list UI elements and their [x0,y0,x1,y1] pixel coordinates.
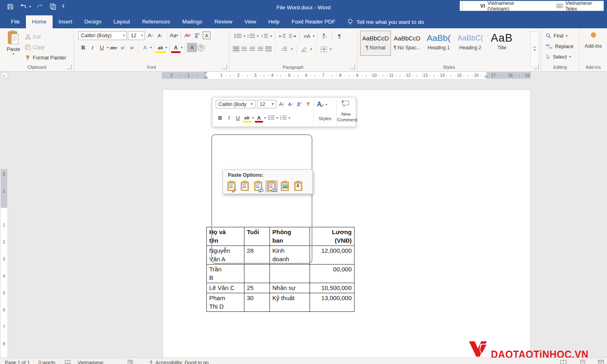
text-effects-dropdown-icon[interactable]: ▾ [150,46,152,49]
table-cell[interactable]: 13,000,000 [310,293,354,312]
table-cell[interactable]: 12,000,000 [310,246,354,265]
asian-layout-icon[interactable]: ⇄A [303,32,311,41]
accessibility-status[interactable]: Accessibility: Good to go [149,360,208,364]
underline-icon[interactable]: U [98,43,106,52]
select-dropdown-icon[interactable]: ▾ [569,55,571,59]
paste-option-link-and-keep-source-formatting[interactable] [252,180,264,192]
line-spacing-dropdown-icon[interactable]: ▾ [291,47,293,51]
mini-bold-icon[interactable]: B [216,114,224,122]
style--normal[interactable]: AaBbCcD¶ Normal [360,31,391,56]
table-cell[interactable]: 25 [244,283,270,293]
text-highlight-dropdown-icon[interactable]: ▾ [166,46,167,49]
vertical-ruler[interactable]: 2112345678910111213 [1,159,7,364]
change-case-icon[interactable]: Aa▾ [170,31,178,40]
justify-icon[interactable] [258,47,263,51]
styles-more-button[interactable]: ▾ [530,32,539,67]
paste-option-use-destination-styles[interactable] [239,180,251,192]
language-code[interactable]: VI [480,3,485,9]
font-size-combo[interactable]: 12▾ [128,31,145,40]
align-right-icon[interactable] [250,47,255,51]
read-mode-icon[interactable] [560,360,567,364]
language-bar-grip[interactable] [460,1,464,11]
distribute-icon[interactable] [266,47,271,51]
style-heading-1[interactable]: AaBb(Heading 1 [423,31,454,56]
increase-indent-icon[interactable]: ⇥ [288,32,297,41]
clear-formatting-icon[interactable]: A [183,31,192,40]
sort-icon[interactable]: AZ↓ [320,32,329,41]
select-button[interactable]: Select ▾ [546,52,571,62]
paragraph-dialog-launcher-icon[interactable] [350,65,355,69]
mini-underline-icon[interactable]: U [234,114,242,122]
underline-dropdown-icon[interactable]: ▾ [107,46,108,49]
mini-numbering-dropdown-icon[interactable]: ▾ [289,116,290,120]
ime-name[interactable]: Vietnamese Telex [565,0,603,12]
copy-button[interactable]: Copy [25,42,45,52]
decrease-indent-icon[interactable]: ⇤ [278,32,287,41]
table-cell[interactable]: Phạm Thị D [207,293,244,312]
mini-numbering-icon[interactable]: 1 2 3 [280,114,287,122]
find-button[interactable]: Find ▾ [546,31,567,41]
replace-button[interactable]: ab→ac Replace [546,41,573,51]
multilevel-list-icon[interactable]: 1 a i [260,32,269,41]
borders-dropdown-icon[interactable]: ▾ [330,47,331,51]
text-effects-icon[interactable]: A [141,43,149,52]
bold-icon[interactable]: B [79,43,87,52]
tab-references[interactable]: References [136,15,176,28]
addins-button[interactable]: Add-ins [579,32,607,49]
paste-dropdown-icon[interactable]: ▾ [13,52,14,56]
web-layout-icon[interactable] [598,360,604,364]
mini-shrink-font-icon[interactable]: A˅ [287,100,294,108]
macro-icon[interactable] [128,360,133,364]
paste-option-link-and-use-destination-styles[interactable] [265,180,278,192]
language-bar[interactable]: VI Vietnamese (Vietnam) Vietnamese Telex [460,1,604,11]
enclose-characters-icon[interactable]: 字 [198,44,204,51]
tell-me-label[interactable]: Tell me what you want to do [357,19,424,25]
font-color-dropdown-icon[interactable]: ▾ [181,46,183,49]
table-cell[interactable]: Kỹ thuật [270,293,310,312]
text-highlight-icon[interactable]: ab [156,43,165,52]
tab-design[interactable]: Design [79,15,108,28]
grow-font-icon[interactable]: A˄ [146,31,155,40]
mini-font-color-icon[interactable]: A [255,114,263,122]
word-count[interactable]: 0 words [38,360,55,364]
mini-highlight-icon[interactable]: ab [243,114,250,122]
font-name-combo[interactable]: Calibri (Body)▾ [78,31,127,40]
mini-highlight-dropdown-icon[interactable]: ▾ [252,116,254,120]
borders-icon[interactable] [320,47,327,52]
tab-layout[interactable]: Layout [108,15,136,28]
tab-help[interactable]: Help [262,15,286,28]
shrink-font-icon[interactable]: A˅ [156,31,164,40]
mini-font-size-combo[interactable]: 12▼ [257,100,276,108]
subscript-icon[interactable]: x2 [119,43,127,52]
styles-dialog-launcher-icon[interactable] [534,65,539,69]
numbering-dropdown-icon[interactable]: ▾ [257,34,259,38]
table-cell[interactable] [244,265,270,283]
mini-format-painter-icon[interactable] [305,100,312,108]
paste-button[interactable]: Paste ▾ [3,30,23,56]
cut-button[interactable]: Cut [25,32,40,42]
left-indent-marker[interactable] [204,77,208,79]
style--no-spac-[interactable]: AaBbCcD¶ No Spac... [392,31,422,56]
horizontal-ruler-strip[interactable]: 2112345678910111213141516171819 [162,72,531,79]
table-cell[interactable]: 00,000 [310,265,354,283]
paste-option-keep-source-formatting[interactable] [225,180,238,192]
character-shading-icon[interactable]: A [187,43,197,52]
tab-stop-selector[interactable]: ∟ [1,72,8,79]
tab-mailings[interactable]: Mailings [176,15,208,28]
phonetic-guide-icon[interactable]: abcA [193,31,202,40]
mini-new-comment-button[interactable] [341,100,350,108]
superscript-icon[interactable]: x2 [128,43,136,52]
page-indicator[interactable]: Page 1 of 1 [5,360,30,364]
find-dropdown-icon[interactable]: ▾ [566,34,567,38]
tab-home[interactable]: Home [26,15,53,28]
first-line-indent-marker[interactable] [204,72,208,74]
numbering-icon[interactable]: 1 2 3 [247,32,255,41]
mini-font-color-dropdown-icon[interactable]: ▾ [264,116,266,120]
format-painter-button[interactable]: Format Painter [25,53,66,63]
table-cell[interactable]: Trần B [207,265,244,283]
bullets-dropdown-icon[interactable]: ▾ [244,34,245,38]
mini-font-name-combo[interactable]: Calibri (Body▼ [216,100,255,108]
print-layout-icon[interactable] [580,360,585,364]
character-border-icon[interactable]: A [203,32,210,39]
style-title[interactable]: AaBTitle [486,31,517,56]
